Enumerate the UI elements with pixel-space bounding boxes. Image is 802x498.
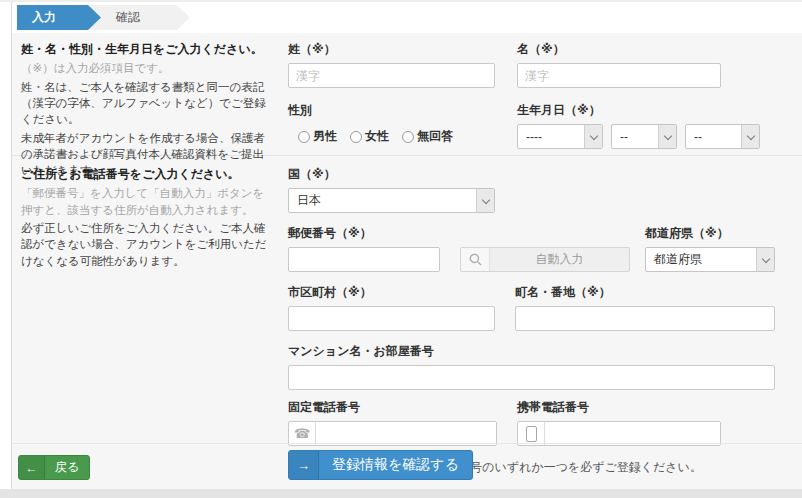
birthdate-label: 生年月日（※） [517, 102, 760, 119]
section-address-heading: ご住所とお電話番号をご入力ください。 [21, 166, 271, 182]
mobile-field: 携帯電話番号 [517, 399, 721, 446]
gender-option-noanswer-label: 無回答 [417, 128, 453, 145]
prefecture-field: 都道府県（※） 都道府県 [645, 225, 775, 272]
arrow-right-icon: → [289, 451, 319, 479]
landline-phone-icon: ☎ [289, 422, 316, 445]
breadcrumb-step-confirm-label: 確認 [116, 9, 140, 26]
prefecture-label: 都道府県（※） [645, 225, 775, 242]
city-field: 市区町村（※） [288, 284, 495, 331]
section-address: ご住所とお電話番号をご入力ください。 「郵便番号」を入力して「自動入力」ボタンを… [12, 156, 802, 476]
footer-bar: ← 戻る → 登録情報を確認する [12, 443, 802, 489]
first-name-label: 名（※） [517, 41, 721, 58]
postal-code-label: 郵便番号（※） [288, 225, 440, 242]
prefecture-value: 都道府県 [646, 248, 702, 271]
mobile-label: 携帯電話番号 [517, 399, 721, 416]
required-note: （※）は入力必須項目です。 [21, 60, 271, 76]
breadcrumb-step-input-label: 入力 [32, 9, 56, 26]
birth-day-select[interactable]: -- [685, 124, 760, 149]
gender-label: 性別 [288, 102, 495, 119]
confirm-button-label: 登録情報を確認する [319, 451, 472, 479]
arrow-left-icon: ← [19, 456, 45, 479]
breadcrumb-step-confirm[interactable]: 確認 [90, 5, 190, 30]
landline-input[interactable] [316, 422, 496, 445]
city-input[interactable] [288, 306, 495, 331]
section-personal-instructions: 姓・名・性別・生年月日をご入力ください。 （※）は入力必須項目です。 姓・名は、… [12, 41, 271, 180]
breadcrumb-step-input[interactable]: 入力 [17, 5, 101, 30]
gender-option-female-label: 女性 [365, 128, 389, 145]
breadcrumb: 入力 確認 [12, 2, 802, 33]
first-name-field: 名（※） [517, 41, 721, 88]
gender-field: 性別 男性 女性 無回答 [288, 102, 495, 149]
postal-code-input[interactable] [288, 247, 440, 272]
chevron-down-icon [756, 248, 774, 271]
street-field: 町名・番地（※） [515, 284, 775, 331]
radio-button-icon [402, 131, 414, 143]
birth-month-select[interactable]: -- [611, 124, 677, 149]
gender-option-noanswer[interactable]: 無回答 [402, 128, 453, 145]
birth-year-select[interactable]: ---- [517, 124, 603, 149]
postal-code-field: 郵便番号（※） [288, 225, 440, 272]
chevron-down-icon [658, 125, 676, 148]
bottom-strip [0, 489, 802, 498]
landline-label: 固定電話番号 [288, 399, 497, 416]
birth-month-value: -- [612, 125, 628, 148]
gender-option-male[interactable]: 男性 [298, 128, 337, 145]
building-label: マンション名・お部屋番号 [288, 343, 775, 360]
city-label: 市区町村（※） [288, 284, 495, 301]
chevron-down-icon [476, 189, 494, 212]
confirm-registration-button[interactable]: → 登録情報を確認する [288, 450, 473, 480]
mobile-phone-icon [518, 422, 545, 445]
chevron-down-icon [584, 125, 602, 148]
section-address-instructions: ご住所とお電話番号をご入力ください。 「郵便番号」を入力して「自動入力」ボタンを… [12, 166, 271, 271]
gender-option-male-label: 男性 [313, 128, 337, 145]
building-input[interactable] [288, 365, 775, 390]
gender-radio-group: 男性 女性 無回答 [288, 124, 495, 149]
country-label: 国（※） [288, 166, 495, 183]
prefecture-select[interactable]: 都道府県 [645, 247, 775, 272]
birth-year-value: ---- [518, 125, 542, 148]
search-icon [461, 248, 490, 271]
radio-button-icon [350, 131, 362, 143]
last-name-label: 姓（※） [288, 41, 495, 58]
registration-desc: 姓・名は、ご本人を確認する書類と同一の表記（漢字の字体、アルファベットなど）でご… [21, 79, 271, 128]
radio-button-icon [298, 131, 310, 143]
section-personal-heading: 姓・名・性別・生年月日をご入力ください。 [21, 41, 271, 57]
gender-option-female[interactable]: 女性 [350, 128, 389, 145]
country-field: 国（※） 日本 [288, 166, 495, 213]
first-name-input[interactable] [517, 63, 721, 88]
birthdate-field: 生年月日（※） ---- -- -- [517, 102, 760, 149]
autofill-desc: 「郵便番号」を入力して「自動入力」ボタンを押すと、該当する住所が自動入力されます… [21, 185, 271, 218]
landline-field: 固定電話番号 ☎ [288, 399, 497, 446]
mobile-input[interactable] [545, 422, 720, 445]
street-label: 町名・番地（※） [515, 284, 775, 301]
last-name-field: 姓（※） [288, 41, 495, 88]
last-name-input[interactable] [288, 63, 495, 88]
building-field: マンション名・お部屋番号 [288, 343, 775, 390]
chevron-down-icon [741, 125, 759, 148]
back-button[interactable]: ← 戻る [18, 455, 90, 480]
section-personal: 姓・名・性別・生年月日をご入力ください。 （※）は入力必須項目です。 姓・名は、… [12, 33, 802, 156]
birth-day-value: -- [686, 125, 702, 148]
street-input[interactable] [515, 306, 775, 331]
verify-desc: 必ず正しいご住所をご入力ください。ご本人確認ができない場合、アカウントをご利用い… [21, 220, 271, 269]
country-select[interactable]: 日本 [288, 188, 495, 213]
autofill-button[interactable]: 自動入力 [490, 248, 629, 271]
form-panel: 入力 確認 姓・名・性別・生年月日をご入力ください。 （※）は入力必須項目です。… [11, 2, 802, 489]
autofill-control: 自動入力 [460, 247, 630, 272]
country-value: 日本 [289, 189, 321, 212]
back-button-label: 戻る [45, 456, 89, 479]
